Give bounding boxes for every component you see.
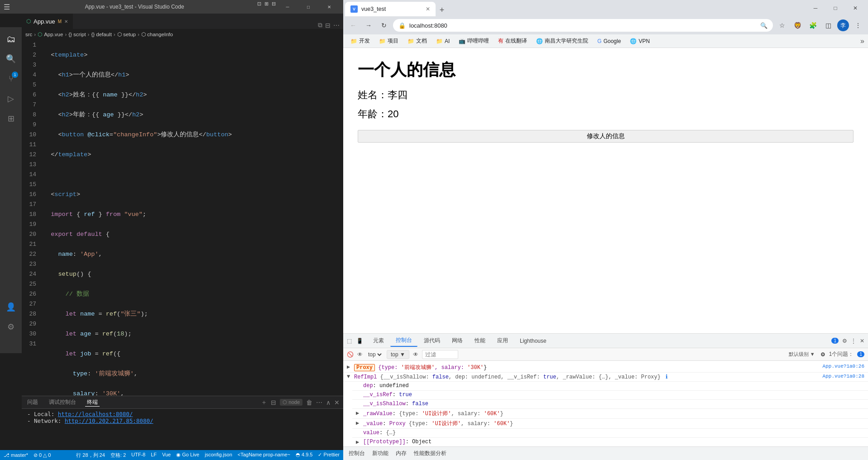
sidebar-toggle-icon[interactable]: ◫ <box>822 19 834 32</box>
more-menu-icon[interactable]: ⋮ <box>852 19 864 32</box>
bookmarks-more-btn[interactable]: » <box>860 37 864 45</box>
breadcrumb-setup[interactable]: ⬡ setup <box>117 31 136 38</box>
breadcrumb-changeinfo[interactable]: ⬡ changeInfo <box>141 31 173 38</box>
bookmark-star-icon[interactable]: ☆ <box>776 19 788 32</box>
address-bar[interactable]: 🔒 localhost:8080 🔍 <box>393 19 773 32</box>
panel-close-btn[interactable]: ✕ <box>334 399 340 406</box>
console-eye2-icon[interactable]: 👁 <box>413 351 418 358</box>
console-row-value-proxy[interactable]: ▶ _value: Proxy {type: 'UI设计师', salary: … <box>352 419 868 429</box>
prototype-expand-icon[interactable]: ▶ <box>356 439 361 446</box>
devtools-more-icon[interactable]: ⋮ <box>851 338 856 344</box>
activity-git-icon[interactable]: ⑂ 1 <box>3 71 19 87</box>
code-area[interactable]: 12345 678910 1112131415 1617181920 21222… <box>22 39 343 396</box>
console-default-level[interactable]: 默认级别 ▼ <box>789 351 815 358</box>
statusbar-errors[interactable]: ⊘ 0 △ 0 <box>34 452 51 458</box>
brave-lion-icon[interactable]: 🦁 <box>791 19 804 32</box>
statusbar-position[interactable]: 行 28，列 24 <box>76 452 105 459</box>
breadcrumb-src[interactable]: src <box>25 32 32 37</box>
editor-toolbar-split[interactable]: ⧉ <box>318 21 322 29</box>
bookmark-vpn[interactable]: 🌐 VPN <box>626 37 653 45</box>
editor-toolbar-layout[interactable]: ⊟ <box>325 22 331 29</box>
new-tab-btn[interactable]: + <box>436 4 448 16</box>
activity-settings-icon[interactable]: ⚙ <box>3 319 19 335</box>
console-level-select[interactable]: top <box>366 351 383 358</box>
statusbar-eol[interactable]: LF <box>151 452 157 459</box>
console-body[interactable]: ▶ Proxy {type: '前端攻城狮', salary: '30K'} A… <box>343 361 868 446</box>
panel-up-btn[interactable]: ∧ <box>326 399 331 406</box>
panel-tab-problems[interactable]: 问题 <box>25 398 40 406</box>
activity-search-icon[interactable]: 🔍 <box>3 51 19 67</box>
statusbar-lang[interactable]: Vue <box>162 452 171 459</box>
browser-maximize-btn[interactable]: □ <box>826 0 844 16</box>
statusbar-version[interactable]: ◓ 4.9.5 <box>296 452 313 459</box>
terminal-body[interactable]: - Local: http://localhost:8080/ - Networ… <box>22 409 343 450</box>
bookmark-google[interactable]: G Google <box>594 37 624 45</box>
tab-close-btn[interactable]: ✕ <box>64 19 68 24</box>
activity-explorer-icon[interactable]: 🗂 <box>3 31 19 47</box>
tab-close-icon[interactable]: ✕ <box>426 6 430 12</box>
code-content[interactable]: <template> <h1>一个人的信息</h1> <h2>姓名：{{ nam… <box>40 39 343 396</box>
statusbar-spaces[interactable]: 空格: 2 <box>110 452 126 459</box>
vscode-layout-icon[interactable]: ⊞ <box>263 0 270 7</box>
console-filter-input[interactable] <box>422 350 458 359</box>
devtools-close-icon[interactable]: ✕ <box>860 338 864 344</box>
browser-tab-vue3test[interactable]: V vue3_test ✕ <box>345 2 436 16</box>
statusbar-prettier[interactable]: ✓ Prettier <box>318 452 340 459</box>
bookmark-bilibili[interactable]: 📺 哔哩哔哩 <box>455 36 493 46</box>
statusbar-encoding[interactable]: UTF-8 <box>131 452 145 459</box>
panel-more-btn[interactable]: ⋯ <box>316 399 322 406</box>
refresh-btn[interactable]: ↻ <box>378 19 390 32</box>
console-settings-icon[interactable]: ⚙ <box>820 351 825 358</box>
devtab-elements[interactable]: 元素 <box>368 335 389 346</box>
devtab-lighthouse[interactable]: Lighthouse <box>514 336 552 346</box>
user-avatar-icon[interactable]: 李 <box>837 19 849 31</box>
vscode-split-icon[interactable]: ⊡ <box>255 0 263 7</box>
modify-info-button[interactable]: 修改人的信息 <box>358 130 854 143</box>
refimpl-info-icon[interactable]: ℹ <box>666 374 668 380</box>
devtab-performance[interactable]: 性能 <box>469 335 491 346</box>
devtools-settings-icon[interactable]: ⚙ <box>842 338 847 344</box>
browser-minimize-btn[interactable]: ─ <box>806 0 825 16</box>
value-proxy-expand-icon[interactable]: ▶ <box>356 420 361 426</box>
bottom-newfeature-tab[interactable]: 新功能 <box>372 450 388 457</box>
breadcrumb-default[interactable]: {} default <box>91 32 111 37</box>
refimpl-file-link[interactable]: App.vue?1a0:28 <box>823 374 864 379</box>
devtab-sources[interactable]: 源代码 <box>418 335 446 346</box>
extensions-icon[interactable]: 🧩 <box>806 19 819 32</box>
bookmark-ai[interactable]: 📁 AI <box>432 37 453 45</box>
vscode-minimize-btn[interactable]: ─ <box>277 0 298 14</box>
console-row-proxy[interactable]: ▶ Proxy {type: '前端攻城狮', salary: '30K'} A… <box>343 363 868 373</box>
editor-tab-appvue[interactable]: ⬡ App.vue M ✕ <box>22 14 73 29</box>
bookmark-wendang[interactable]: 📁 文档 <box>404 36 431 46</box>
panel-tab-terminal[interactable]: 终端 <box>85 398 100 407</box>
activity-debug-icon[interactable]: ▷ <box>3 91 19 107</box>
back-btn[interactable]: ← <box>347 19 360 32</box>
statusbar-branch[interactable]: ⎇ master* <box>4 452 28 458</box>
bookmark-xiangmu[interactable]: 📁 项目 <box>375 36 402 46</box>
search-address-icon[interactable]: 🔍 <box>760 22 767 29</box>
devtools-inspect-icon[interactable]: ⬚ <box>347 338 352 344</box>
refimpl-expand-icon[interactable]: ▼ <box>347 374 352 380</box>
bottom-perfdata-tab[interactable]: 性能数据分析 <box>414 450 446 457</box>
vscode-close-btn[interactable]: ✕ <box>319 0 340 14</box>
breadcrumb-appvue[interactable]: App.vue <box>44 32 63 37</box>
vscode-menu-icon[interactable]: ☰ <box>4 3 10 11</box>
proxy-file-link[interactable]: App.vue?1a0:26 <box>823 364 864 369</box>
vscode-maximize-btn[interactable]: □ <box>298 0 319 14</box>
console-clear-icon[interactable]: 🚫 <box>347 351 354 358</box>
bottom-console-tab[interactable]: 控制台 <box>349 450 365 457</box>
vscode-grid-icon[interactable]: ⊟ <box>270 0 277 7</box>
bottom-memory-tab[interactable]: 内存 <box>396 450 407 457</box>
devtab-network[interactable]: 网络 <box>446 335 468 346</box>
devtab-console[interactable]: 控制台 <box>390 335 417 347</box>
local-url-link[interactable]: http://localhost:8080/ <box>58 411 133 417</box>
breadcrumb-script[interactable]: {} script <box>68 32 86 37</box>
console-row-rawvalue[interactable]: ▶ _rawValue: {type: 'UI设计师', salary: '60… <box>352 409 868 419</box>
rawvalue-expand-icon[interactable]: ▶ <box>356 410 361 417</box>
devtools-device-icon[interactable]: 📱 <box>356 338 363 344</box>
bookmark-ncu[interactable]: 🌐 南昌大学研究生院 <box>532 36 592 46</box>
console-row-prototype[interactable]: ▶ [[Prototype]]: Object <box>352 438 868 446</box>
devtab-application[interactable]: 应用 <box>492 335 513 346</box>
statusbar-tagname[interactable]: <TagName prop-name~ <box>238 452 290 459</box>
panel-tab-debug[interactable]: 调试控制台 <box>47 398 78 406</box>
